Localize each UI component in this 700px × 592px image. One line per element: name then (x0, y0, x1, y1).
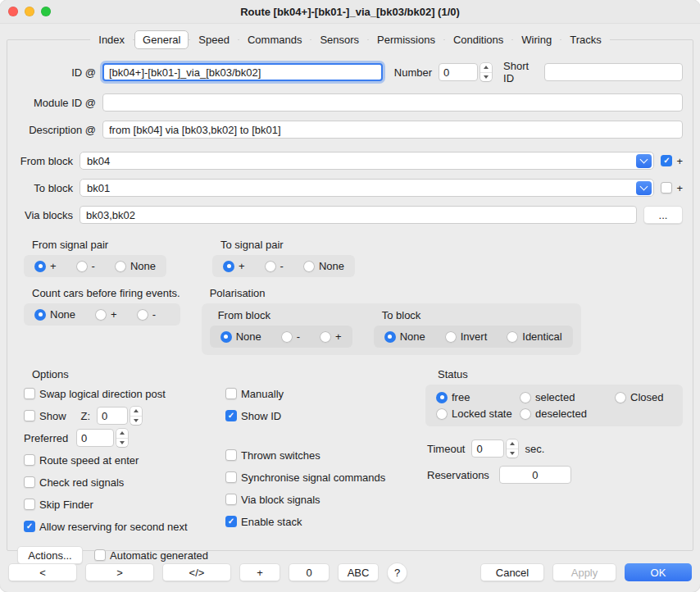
radio-label: None (236, 330, 261, 343)
tab-index[interactable]: Index (90, 30, 133, 49)
tab-sensors[interactable]: Sensors (311, 30, 367, 49)
swap-logical-direction-checkbox[interactable]: ✓ Swap logical direction post (24, 388, 166, 400)
stepper-up-button[interactable] (116, 429, 128, 439)
radio-selected[interactable]: selected (520, 391, 615, 403)
preferred-input[interactable] (76, 429, 114, 447)
radio-identical[interactable]: Identical (507, 330, 561, 343)
nav-next-button[interactable]: > (85, 563, 154, 581)
tab-permissions[interactable]: Permissions (369, 30, 443, 49)
to-block-combobox[interactable]: bk01 (80, 179, 654, 197)
ok-button[interactable]: OK (625, 563, 692, 581)
option-row: ✓ Check red signals (24, 473, 211, 491)
radio-label: - (92, 260, 95, 272)
radio-locked-state[interactable]: Locked state (436, 408, 520, 420)
radio-plus[interactable]: + (223, 260, 245, 272)
add-button[interactable]: + (239, 563, 280, 581)
skip-finder-checkbox[interactable]: ✓ Skip Finder (24, 499, 93, 511)
tab-speed[interactable]: Speed (190, 30, 238, 49)
radio-minus[interactable]: - (76, 260, 95, 272)
radio-plus[interactable]: + (34, 260, 57, 272)
group-box: None + - (24, 303, 180, 326)
help-button[interactable]: ? (387, 562, 407, 583)
enable-stack-checkbox[interactable]: ✓ Enable stack (225, 516, 302, 528)
checkbox-icon: ✓ (225, 410, 237, 421)
checkbox-label: Route speed at enter (39, 454, 139, 467)
stepper-up-button[interactable] (507, 439, 518, 449)
stepper-up-button[interactable] (480, 63, 492, 73)
manually-checkbox[interactable]: ✓ Manually (225, 388, 284, 400)
checkbox-label: Skip Finder (39, 499, 93, 511)
check-red-signals-checkbox[interactable]: ✓ Check red signals (24, 476, 124, 489)
radio-minus[interactable]: - (137, 308, 156, 321)
minimize-button[interactable] (25, 7, 34, 16)
id-label: ID @ (17, 66, 102, 79)
group-box: None - + (210, 326, 352, 348)
tab-conditions[interactable]: Conditions (445, 30, 511, 49)
via-blocks-browse-button[interactable]: ... (643, 206, 683, 224)
cancel-button[interactable]: Cancel (480, 563, 544, 581)
id-input[interactable] (102, 63, 383, 81)
module-id-input[interactable] (102, 93, 683, 112)
group-title: Polarisation (210, 287, 581, 299)
radio-none[interactable]: None (115, 260, 156, 272)
radio-plus[interactable]: + (95, 308, 117, 321)
stepper-down-button[interactable] (116, 439, 128, 448)
timeout-input[interactable] (471, 439, 504, 458)
show-checkbox[interactable]: ✓ Show (24, 410, 66, 422)
zoom-button[interactable] (41, 7, 51, 16)
reservations-label: Reservations (427, 469, 489, 481)
short-id-input[interactable] (544, 63, 683, 81)
description-input[interactable] (102, 121, 683, 139)
radio-icon (34, 309, 46, 321)
general-tab-panel: ID @ Number Short ID Module ID @ Descrip… (7, 39, 693, 551)
dropdown-button[interactable] (636, 154, 652, 168)
nav-code-button[interactable]: </> (162, 563, 231, 581)
zero-button[interactable]: 0 (289, 563, 330, 581)
title-bar: Route [bk04+]-[bk01-]_via_[bk03/bk02] (1… (0, 0, 700, 24)
number-stepper-buttons (480, 63, 492, 81)
from-block-combobox[interactable]: bk04 (80, 152, 654, 170)
radio-minus[interactable]: - (265, 260, 284, 272)
radio-none[interactable]: None (220, 330, 261, 343)
tab-general[interactable]: General (134, 30, 189, 49)
radio-none[interactable]: None (384, 330, 425, 343)
via-block-signals-checkbox[interactable]: ✓ Via block signals (225, 494, 320, 506)
abc-button[interactable]: ABC (338, 563, 379, 581)
number-input[interactable] (439, 63, 478, 81)
show-id-checkbox[interactable]: ✓ Show ID (225, 410, 281, 422)
from-block-add-checkbox[interactable]: ✓ + (661, 155, 683, 167)
stepper-down-button[interactable] (507, 449, 518, 458)
radio-none[interactable]: None (34, 308, 75, 321)
radio-label: None (319, 260, 344, 272)
radio-plus[interactable]: + (320, 330, 342, 343)
tab-commands[interactable]: Commands (239, 30, 310, 49)
nav-prev-button[interactable]: < (8, 563, 77, 581)
radio-none[interactable]: None (303, 260, 344, 272)
thrown-switches-checkbox[interactable]: ✓ Thrown switches (225, 449, 320, 462)
radio-icon (281, 331, 293, 343)
radio-closed[interactable]: Closed (615, 391, 672, 403)
via-blocks-input[interactable] (80, 206, 637, 224)
radio-invert[interactable]: Invert (445, 330, 488, 343)
radio-icon (615, 392, 626, 403)
allow-reserving-second-next-checkbox[interactable]: ✓ Allow reserving for second next (24, 521, 188, 533)
tab-wiring[interactable]: Wiring (513, 30, 560, 49)
synchronise-signal-commands-checkbox[interactable]: ✓ Synchronise signal commands (225, 471, 385, 484)
checkbox-icon: ✓ (225, 388, 237, 399)
stepper-up-button[interactable] (130, 407, 142, 417)
apply-button[interactable]: Apply (552, 563, 616, 581)
z-label: Z: (81, 410, 91, 422)
to-block-add-checkbox[interactable]: ✓ + (661, 182, 683, 194)
dropdown-button[interactable] (636, 181, 652, 195)
z-input[interactable] (97, 407, 128, 425)
radio-minus[interactable]: - (281, 330, 300, 343)
radio-deselected[interactable]: deselected (520, 408, 615, 420)
close-button[interactable] (8, 7, 18, 16)
route-speed-at-enter-checkbox[interactable]: ✓ Route speed at enter (24, 454, 139, 467)
stepper-down-button[interactable] (480, 73, 492, 82)
reservations-input[interactable] (499, 466, 571, 484)
tab-tracks[interactable]: Tracks (561, 30, 610, 49)
radio-label: + (335, 330, 342, 343)
stepper-down-button[interactable] (130, 417, 142, 426)
radio-free[interactable]: free (436, 391, 520, 403)
